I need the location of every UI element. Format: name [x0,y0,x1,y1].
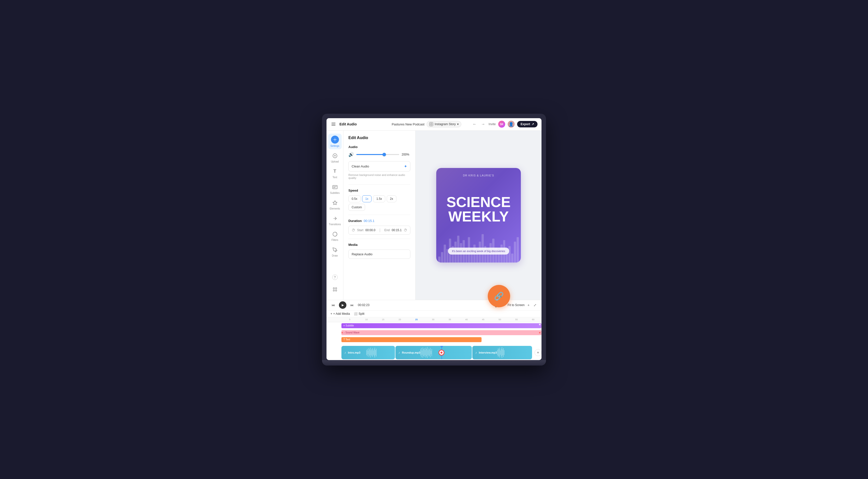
split-icon: ⬜ [354,312,358,316]
text-icon: T [332,168,338,175]
sidebar-item-transitions[interactable]: Transitions [328,213,342,228]
split-button[interactable]: ⬜ Split [354,312,364,316]
end-label: End [384,228,390,232]
instagram-icon [429,122,433,126]
media-section: Media Replace Audio [348,243,410,259]
menu-icon[interactable] [331,122,336,127]
text-track-content: T Text [341,337,541,344]
podcast-subtitle: DR KRIS & LAURIE'S [442,174,515,177]
speed-custom[interactable]: Custom [348,204,365,211]
undo-button[interactable]: ← [472,121,477,127]
text-track[interactable]: T Text [341,337,482,342]
ruler-mark: 60 [525,318,541,321]
soundwave-start-marker [341,332,343,333]
divider-3 [348,238,410,239]
sidebar-settings-label: Settings [330,145,339,147]
sidebar-item-filters[interactable]: Filters [328,229,342,243]
timeline-plus-icon[interactable]: + [528,303,530,307]
platform-selector[interactable]: Instagram Story ▾ [427,121,462,127]
sidebar-bottom: ? [328,270,342,297]
timeline-controls: ⏮ ▶ ⏭ 00:02:23 🔊 − Fit to Screen + ⤢ [327,300,541,311]
timeline-next-button[interactable]: ⏭ [349,302,355,308]
speed-buttons: 0.5x 1x 1.5x 2x Custom [348,195,410,211]
fullscreen-button[interactable]: ⤢ [532,302,537,308]
sidebar-item-text[interactable]: T Text [328,166,342,181]
clean-audio-label: Clean Audio [352,164,369,168]
music-note-intro: ♪ [344,351,346,354]
timeline-prev-button[interactable]: ⏮ [331,302,336,308]
interview-clip-label: Interview.mp3 [479,351,497,354]
ruler-mark: 50 [492,318,508,321]
platform-chevron-icon: ▾ [457,122,459,126]
sidebar-help[interactable]: ? [328,273,342,282]
end-value: 00:15.1 [392,228,402,232]
sidebar-item-elements[interactable]: Elements [328,197,342,212]
sparkle-icon: ✦ [404,164,407,169]
sidebar-item-draw[interactable]: Draw [328,244,342,259]
sidebar-draw-label: Draw [332,254,338,257]
clock-end-icon: ⏱ [404,228,407,232]
audio-clip-intro[interactable]: ♪ Intro.mp3 [341,346,395,359]
elements-icon [332,199,338,206]
link-button[interactable]: 🔗 [488,285,510,307]
play-button[interactable]: ▶ [339,301,346,309]
podcast-title-line1: SCIENCE [442,195,515,209]
ruler-mark: 30 [425,318,441,321]
text-track-row: T Text [327,337,541,344]
fit-screen-label[interactable]: Fit to Screen [508,303,525,307]
ruler-mark: 45 [475,318,492,321]
playhead-triangle [440,346,443,348]
user-avatar-sk: SK [498,121,505,128]
time-separator: | [377,228,382,232]
duration-value: 00:15.1 [364,219,374,223]
audio-clip-roundup[interactable]: ♪ Roundup.mp3 [396,346,472,359]
link-icon: 🔗 [494,291,504,301]
music-note-interview: ♪ [475,351,477,354]
replace-audio-button[interactable]: Replace Audio [348,250,410,259]
speed-1x[interactable]: 1x [362,195,372,202]
audio-clip-interview[interactable]: ♪ Interview.mp3 [472,346,532,359]
record-dot-inner [440,352,442,354]
top-bar-center: Pastures New Podcast Instagram Story ▾ [384,121,469,127]
canvas-area: DR KRIS & LAURIE'S SCIENCE WEEKLY [415,131,541,300]
left-sidebar: Settings Upload T Text [327,131,343,300]
redo-button[interactable]: → [480,121,486,127]
music-note-roundup: ♪ [398,351,400,354]
audio-volume-control: 🔊 200% [348,152,410,157]
speed-05x[interactable]: 0.5x [348,195,361,202]
sidebar-upload-label: Upload [331,160,339,163]
invite-text: Invite [489,122,496,126]
subtitle-track[interactable]: ≡ Subtitle [341,323,541,328]
start-label: Start [357,228,363,232]
speed-15x[interactable]: 1.5x [373,195,385,202]
svg-rect-0 [430,123,432,125]
add-media-button[interactable]: + + Add Media [331,312,350,316]
soundwave-track[interactable]: ♪ Sound Wave [341,330,541,335]
svg-rect-13 [336,288,337,289]
media-section-title: Media [348,243,410,247]
duration-section-header: Duration 00:15.1 [348,219,410,223]
laptop-base [322,360,546,365]
speed-2x[interactable]: 2x [387,195,396,202]
podcast-title: SCIENCE WEEKLY [442,195,515,224]
clock-start-icon: ⏱ [352,228,355,232]
volume-slider[interactable] [356,154,399,155]
sidebar-text-label: Text [333,176,337,179]
sidebar-item-subtitles[interactable]: Subtitles [328,182,342,196]
ruler-mark: 10 [358,318,375,321]
export-button[interactable]: Export ↗ [517,121,537,127]
transitions-icon [332,215,338,222]
sidebar-item-settings[interactable]: Settings [328,134,342,149]
sidebar-grid[interactable] [328,284,342,295]
ruler-mark: 35 [441,318,458,321]
text-track-label: T Text [343,338,350,341]
clean-audio-description: Remove background noise and enhance audi… [348,173,410,180]
add-audio-track-button[interactable]: + [534,349,541,356]
sidebar-item-upload[interactable]: Upload [328,150,342,165]
subtitle-track-end-marker [539,324,540,325]
timeline-add-controls: + + Add Media ⬜ Split [327,311,541,317]
clean-audio-button[interactable]: Clean Audio ✦ [348,161,410,171]
audio-tracks-row: ♪ Intro.mp3 [327,345,541,360]
upload-icon [332,152,338,159]
edit-panel-header-title: Edit Audio [339,122,381,126]
